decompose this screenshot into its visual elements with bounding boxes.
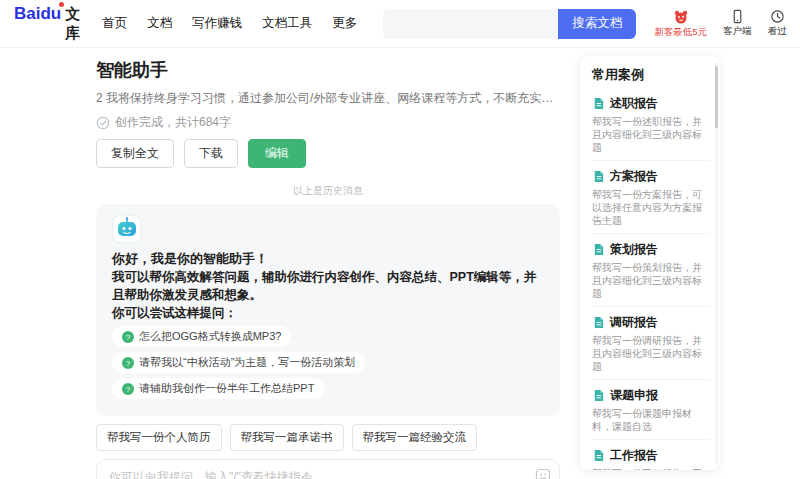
search-bar: 搜索文档: [383, 9, 636, 39]
sidebar-title: 常用案例: [592, 66, 710, 84]
header-actions: 新客最低5元 客户端 看过: [654, 9, 800, 39]
search-docs-button[interactable]: 搜索文档: [558, 9, 636, 39]
case-desc: 帮我写一份课题申报材料，课题自选: [592, 407, 710, 433]
document-icon: [592, 243, 605, 256]
suggestion-text: 怎么把OGG格式转换成MP3?: [139, 329, 281, 344]
case-item[interactable]: 工作报告 帮我写一份工作报告，工作类型随机: [592, 440, 710, 470]
nav-item-more[interactable]: 更多: [332, 15, 357, 32]
promo-link[interactable]: 新客最低5元: [654, 9, 707, 39]
history-divider: 以上是历史消息: [96, 184, 560, 198]
page-body: 智能助手 2 我将保持终身学习习惯，通过参加公司/外部专业讲座、网络课程等方式，…: [0, 48, 800, 479]
prompt-icon: ?: [122, 331, 134, 343]
suggestion-question[interactable]: ? 怎么把OGG格式转换成MP3?: [112, 326, 291, 347]
document-icon: [592, 316, 605, 329]
case-desc: 帮我写一份工作报告，工作类型随机: [592, 467, 710, 470]
case-desc: 帮我写一份调研报告，并且内容细化到三级内容标题: [592, 334, 710, 373]
client-link[interactable]: 客户端: [723, 9, 752, 38]
assistant-main: 智能助手 2 我将保持终身学习习惯，通过参加公司/外部专业讲座、网络课程等方式，…: [96, 48, 560, 479]
nav-item-home[interactable]: 首页: [102, 15, 127, 32]
document-icon: [592, 449, 605, 462]
logo-text-wenku: 文库: [65, 5, 80, 43]
prompt-icon: ?: [122, 357, 134, 369]
completion-label: 创作完成，共计684字: [115, 114, 231, 131]
case-desc: 帮我写一份策划报告，并且内容细化到三级内容标题: [592, 261, 710, 300]
case-item[interactable]: 述职报告 帮我写一份述职报告，并且内容细化到三级内容标题: [592, 88, 710, 161]
copy-all-button[interactable]: 复制全文: [96, 139, 174, 168]
quick-prompt-chip[interactable]: 帮我写一份个人简历: [96, 424, 222, 451]
logo-text-du: du: [40, 4, 61, 24]
svg-text:?: ?: [126, 332, 131, 341]
case-title: 调研报告: [610, 314, 658, 331]
download-button[interactable]: 下载: [184, 139, 238, 168]
document-icon: [592, 389, 605, 402]
edit-button[interactable]: 编辑: [248, 139, 306, 168]
check-circle-icon: [96, 116, 110, 130]
common-cases-sidebar: 常用案例 述职报告 帮我写一份述职报告，并且内容细化到三级内容标题 方案报告 帮…: [580, 56, 720, 470]
case-title: 策划报告: [610, 241, 658, 258]
search-input[interactable]: [383, 9, 558, 39]
clock-icon: [770, 9, 785, 24]
suggestion-text: 请帮我以“中秋活动”为主题，写一份活动策划: [139, 355, 355, 370]
seen-label: 看过: [768, 25, 787, 38]
assistant-avatar-icon: [112, 214, 142, 244]
nav-item-docs[interactable]: 文档: [147, 15, 172, 32]
message-input-card: 0/400: [96, 459, 560, 479]
document-icon: [592, 97, 605, 110]
case-desc: 帮我写一份方案报告，可以选择任意内容为方案报告主题: [592, 188, 710, 227]
client-label: 客户端: [723, 25, 752, 38]
history-actions: 复制全文 下载 编辑: [96, 139, 560, 168]
quick-prompts: 帮我写一份个人简历 帮我写一篇承诺书 帮我写一篇经验交流: [96, 424, 560, 451]
page-title: 智能助手: [96, 58, 560, 82]
case-item[interactable]: 课题申报 帮我写一份课题申报材料，课题自选: [592, 380, 710, 440]
main-nav: 首页 文档 写作赚钱 文档工具 更多: [102, 15, 357, 32]
nav-item-earn[interactable]: 写作赚钱: [192, 15, 242, 32]
suggestion-text: 请辅助我创作一份半年工作总结PPT: [139, 381, 314, 396]
assistant-greeting: 你好，我是你的智能助手！: [112, 250, 544, 268]
case-title: 方案报告: [610, 168, 658, 185]
prompt-icon: ?: [122, 383, 134, 395]
case-title: 课题申报: [610, 387, 658, 404]
nav-item-tools[interactable]: 文档工具: [262, 15, 312, 32]
completion-status: 创作完成，共计684字: [96, 114, 560, 131]
top-navbar: Bai du 文库 首页 文档 写作赚钱 文档工具 更多 搜索文档 新客最低5元…: [0, 0, 800, 48]
emoji-icon[interactable]: [535, 468, 551, 479]
promo-bear-icon: [673, 9, 689, 25]
suggestion-question[interactable]: ? 请帮我以“中秋活动”为主题，写一份活动策划: [112, 352, 365, 373]
document-icon: [592, 170, 605, 183]
case-title: 述职报告: [610, 95, 658, 112]
svg-text:?: ?: [126, 384, 131, 393]
phone-icon: [730, 9, 745, 24]
assistant-intro: 我可以帮你高效解答问题，辅助你进行内容创作、内容总结、PPT编辑等，并且帮助你激…: [112, 268, 544, 304]
assistant-welcome-panel: 你好，我是你的智能助手！ 我可以帮你高效解答问题，辅助你进行内容创作、内容总结、…: [96, 204, 560, 416]
baidu-wenku-logo[interactable]: Bai du 文库: [14, 4, 80, 43]
case-item[interactable]: 调研报告 帮我写一份调研报告，并且内容细化到三级内容标题: [592, 307, 710, 380]
history-message-text: 2 我将保持终身学习习惯，通过参加公司/外部专业讲座、网络课程等方式，不断充实自…: [96, 90, 560, 106]
message-input[interactable]: [109, 469, 529, 479]
svg-text:?: ?: [126, 358, 131, 367]
assistant-try-label: 你可以尝试这样提问：: [112, 304, 544, 322]
promo-label: 新客最低5元: [654, 26, 707, 39]
quick-prompt-chip[interactable]: 帮我写一篇经验交流: [352, 424, 478, 451]
quick-prompt-chip[interactable]: 帮我写一篇承诺书: [230, 424, 344, 451]
case-item[interactable]: 策划报告 帮我写一份策划报告，并且内容细化到三级内容标题: [592, 234, 710, 307]
sidebar-scrollbar-thumb[interactable]: [715, 66, 718, 128]
case-title: 工作报告: [610, 447, 658, 464]
case-item[interactable]: 方案报告 帮我写一份方案报告，可以选择任意内容为方案报告主题: [592, 161, 710, 234]
suggestion-question[interactable]: ? 请辅助我创作一份半年工作总结PPT: [112, 378, 324, 399]
history-seen-link[interactable]: 看过: [768, 9, 787, 38]
case-desc: 帮我写一份述职报告，并且内容细化到三级内容标题: [592, 115, 710, 154]
logo-text-bai: Bai: [14, 4, 40, 24]
